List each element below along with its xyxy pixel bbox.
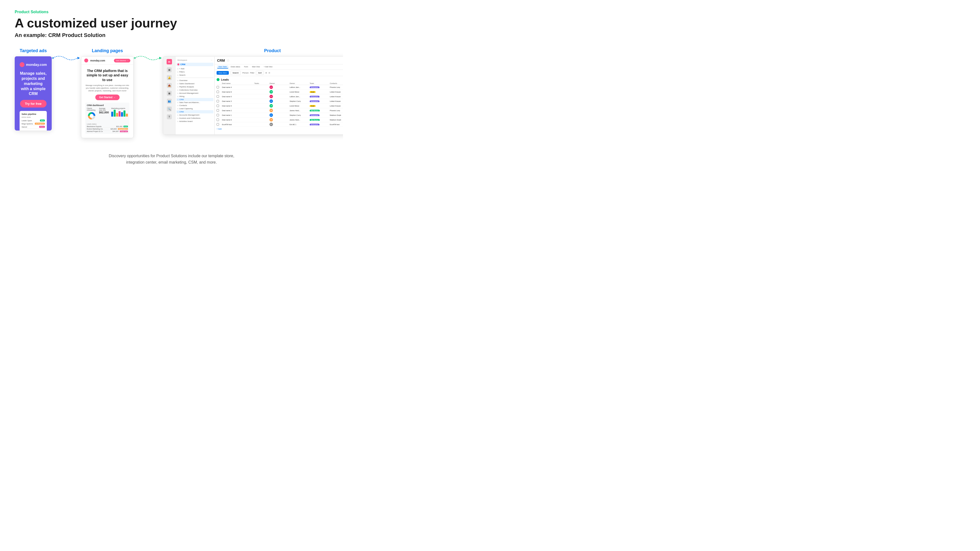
- flow-step-2: Landing pages monday.com Get Started → T…: [81, 48, 134, 138]
- nav-overview[interactable]: Overview: [177, 79, 213, 82]
- flow-arrow-2: [134, 48, 163, 63]
- tab-main-table[interactable]: Main Table: [217, 65, 228, 68]
- sidebar-inbox-icon[interactable]: 📥: [167, 83, 172, 88]
- row-checkbox[interactable]: [216, 123, 219, 125]
- sidebar-logo: m: [167, 59, 172, 64]
- nav-crm2[interactable]: CRM: [177, 110, 213, 113]
- main-title: A customized user journey: [15, 16, 328, 30]
- row-checkbox[interactable]: [216, 109, 219, 112]
- nav-item-add[interactable]: + Add: [177, 67, 213, 70]
- landing-dashboard-preview: CRM dashboard Clients onboarding: [85, 103, 129, 134]
- nav-accounts-management[interactable]: Accounts Management: [177, 113, 213, 117]
- row-checkbox[interactable]: [216, 119, 219, 121]
- team-badge: Enterprise: [310, 100, 320, 102]
- ad-logo: monday.com: [20, 62, 47, 67]
- tab-form[interactable]: Form: [243, 65, 250, 68]
- col-team: Team: [310, 83, 329, 84]
- row-checkbox[interactable]: [216, 114, 219, 116]
- product-main: CRM ☆ Activity + Add to board ··· Main T…: [215, 57, 343, 135]
- avatar: SC: [269, 113, 273, 117]
- dashboard-bars: [111, 109, 128, 117]
- table-row: Deal name 5 LJ LeBron Jam... Enterprise …: [216, 94, 343, 99]
- svg-point-5: [134, 57, 136, 59]
- landing-logo-text: monday.com: [90, 59, 105, 62]
- tab-deals-status[interactable]: Deals status: [229, 65, 242, 68]
- row-checkbox[interactable]: [216, 100, 219, 102]
- add-row-btn[interactable]: + Add: [216, 127, 343, 131]
- nav-sales-dashboard[interactable]: Sales Dashboard: [177, 82, 213, 85]
- avatar: LM: [269, 104, 273, 108]
- col-tasks: Tasks: [254, 83, 269, 84]
- row-checkbox[interactable]: [216, 95, 219, 98]
- table-row: Deal name 8 LM Lionel Messi Gold Leilani…: [216, 90, 343, 94]
- marketing-label: Marketing projects: [111, 108, 125, 109]
- landing-cta-main[interactable]: Get Started →: [95, 95, 119, 100]
- col-owner1: Owner: [269, 83, 289, 84]
- product-solutions-label: Product Solutions: [15, 10, 328, 14]
- nav-invoices[interactable]: Invoices and Collections: [177, 117, 213, 120]
- table-row: Deal name 8 JH James Hard... Mid Market …: [216, 118, 343, 122]
- avatar: JH: [269, 118, 273, 121]
- workspace-label: Workspace: [177, 59, 187, 61]
- nav-account-management[interactable]: Account Management: [177, 92, 213, 95]
- step3-label: Product: [264, 48, 281, 53]
- ad-cta-button[interactable]: Try for free: [20, 100, 46, 108]
- leads-circle: [216, 78, 220, 81]
- nav-lead-capturing[interactable]: Lead Capturing: [177, 107, 213, 110]
- nav-item-filters[interactable]: Filters: [177, 70, 213, 73]
- landing-body: The CRM platform that is simple to set u…: [81, 65, 133, 138]
- table-row: EcoATM test E1 Ent AE 1 Enterprise EcoAT…: [216, 122, 343, 127]
- team-badge: Enterprise: [310, 114, 320, 116]
- landing-header-cta[interactable]: Get Started →: [114, 59, 130, 62]
- nav-item-search[interactable]: Search: [177, 73, 213, 77]
- nav-hiring[interactable]: Hiring: [177, 95, 213, 98]
- avatar: LM: [269, 90, 273, 94]
- row-checkbox[interactable]: [216, 105, 219, 107]
- sidebar-bell-icon[interactable]: 🔔: [167, 75, 172, 80]
- sidebar-people-icon[interactable]: 👥: [167, 99, 172, 103]
- new-item-btn[interactable]: New Item: [216, 71, 229, 75]
- flow-step-1: Targeted ads monday.com Manage sales, pr…: [15, 48, 52, 130]
- flow-step-3: Product m ⊞ 🔔 📥 ⊠ 👥 🔍 ? Workspace ···: [163, 48, 343, 135]
- leads-toolbar: New Item Search Person Filter Sort ⊞ ⊟: [215, 70, 343, 76]
- nav-activities[interactable]: Activities board: [177, 120, 213, 123]
- nav-crm-label: CRM: [180, 63, 186, 66]
- row-checkbox[interactable]: [216, 86, 219, 88]
- sort-btn[interactable]: Sort: [256, 71, 264, 75]
- nav-contacts[interactable]: Contacts: [177, 104, 213, 107]
- nav-crm[interactable]: CRM: [177, 98, 213, 101]
- sidebar-search-icon[interactable]: 🔍: [167, 106, 172, 111]
- leads-header: Leads: [216, 77, 343, 82]
- filter-btn[interactable]: Filter: [250, 72, 255, 74]
- row-checkbox[interactable]: [216, 91, 219, 93]
- ad-logo-circle: [20, 62, 24, 67]
- sub-title: An example: CRM Product Solution: [15, 32, 328, 38]
- tab-main-view[interactable]: Main View: [251, 65, 261, 68]
- table-header: Deal name Tasks Owner Owner Team Contact…: [216, 82, 343, 85]
- search-btn[interactable]: Search: [230, 71, 241, 75]
- footer-text: Discovery opportunities for Product Solu…: [15, 153, 328, 165]
- nav-sales-team[interactable]: Sales Team and Attainme...: [177, 101, 213, 104]
- ad-mini-title: Sales pipeline: [22, 113, 45, 115]
- svg-point-1: [52, 57, 54, 59]
- nav-panel: Workspace ··· CRM + Add Filters Search O…: [175, 57, 215, 135]
- sidebar-grid2-icon[interactable]: ⊠: [167, 91, 172, 96]
- tab-add-view[interactable]: + Add View: [262, 65, 274, 68]
- svg-marker-4: [159, 57, 162, 59]
- star-icon[interactable]: ☆: [226, 58, 230, 63]
- team-badge: Gold: [310, 105, 315, 107]
- nav-pipeline-analysis[interactable]: Pipeline Analysis: [177, 85, 213, 88]
- leads-section-label: Leads: [221, 78, 229, 81]
- crm-toolbar-title: CRM: [217, 59, 225, 62]
- more-toolbar-icon[interactable]: ⊞: [265, 72, 267, 74]
- nav-collections-overview[interactable]: Collections Overview: [177, 88, 213, 92]
- team-badge: Enterprise: [310, 124, 320, 125]
- columns-icon[interactable]: ⊟: [269, 72, 270, 74]
- person-filter[interactable]: Person: [242, 72, 248, 74]
- footer-section: Discovery opportunities for Product Solu…: [15, 148, 328, 170]
- sidebar-grid-icon[interactable]: ⊞: [167, 67, 172, 72]
- table-row: Deal name 1 SC Stephen Curry Enterprise …: [216, 113, 343, 118]
- landing-card: monday.com Get Started → The CRM platfor…: [81, 56, 134, 138]
- sidebar-question-icon[interactable]: ?: [167, 114, 172, 119]
- leads-table: Leads Deal name Tasks Owner Owner Team C…: [215, 76, 343, 132]
